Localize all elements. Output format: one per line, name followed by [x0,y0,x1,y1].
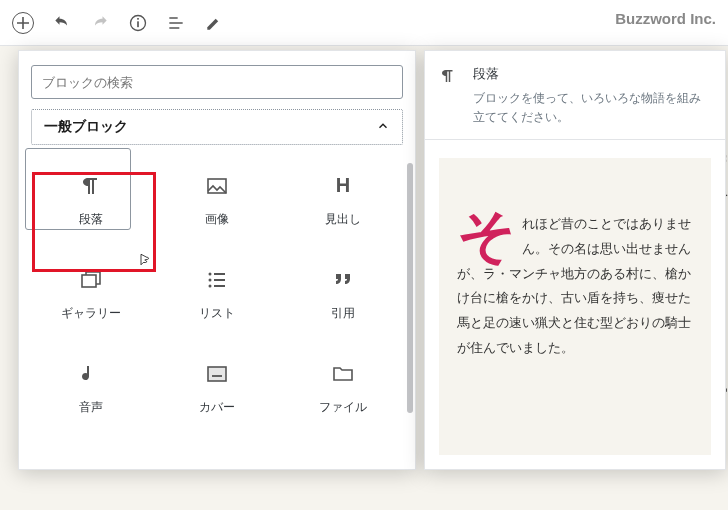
scrollbar-track[interactable] [405,51,415,469]
add-block-button[interactable] [12,12,34,34]
sidebar-header-text: 段落 ブロックを使って、いろいろな物語を組み立ててください。 [473,65,711,127]
chevron-up-icon [376,119,390,136]
file-icon [331,361,355,387]
block-label: 引用 [331,305,355,322]
undo-icon [52,13,72,33]
undo-button[interactable] [52,13,72,33]
outline-button[interactable] [166,13,186,33]
section-common-blocks[interactable]: 一般ブロック [31,109,403,145]
block-audio[interactable]: 音声 [37,341,145,435]
block-label: カバー [199,399,235,416]
gallery-icon [79,267,103,293]
sidebar-block-title: 段落 [473,65,711,83]
block-label: 画像 [205,211,229,228]
block-quote[interactable]: 引用 [289,247,397,341]
svg-rect-9 [208,367,226,381]
page-root: 段 た 帰 Buzzword Inc. 一般ブロック [0,0,728,510]
svg-rect-2 [137,18,139,20]
block-label: 音声 [79,399,103,416]
block-label: ファイル [319,399,367,416]
block-gallery[interactable]: ギャラリー [37,247,145,341]
block-label: リスト [199,305,235,322]
paragraph-icon [79,173,103,199]
section-title: 一般ブロック [44,118,128,136]
heading-icon: H [336,173,350,199]
edit-button[interactable] [204,13,224,33]
svg-rect-4 [82,275,96,287]
audio-icon [79,361,103,387]
svg-rect-1 [137,21,139,27]
block-sidebar: 段落 ブロックを使って、いろいろな物語を組み立ててください。 そ れほど昔のこと… [424,50,726,470]
editor-toolbar: Buzzword Inc. [0,0,728,46]
list-icon [205,267,229,293]
cover-icon [205,361,229,387]
block-file[interactable]: ファイル [289,341,397,435]
sidebar-block-desc: ブロックを使って、いろいろな物語を組み立ててください。 [473,89,711,127]
block-cover[interactable]: カバー [163,341,271,435]
preview-dropcap: そ [457,212,522,260]
sidebar-preview: そ れほど昔のことではありません。その名は思い出せませんが、ラ・マンチャ地方のあ… [439,158,711,455]
search-wrap [19,51,415,109]
scrollbar-thumb[interactable] [407,163,413,413]
brand-label: Buzzword Inc. [615,10,716,27]
block-label: 段落 [79,211,103,228]
pencil-icon [204,13,224,33]
redo-icon [90,13,110,33]
redo-button[interactable] [90,13,110,33]
svg-point-7 [209,284,212,287]
block-paragraph[interactable]: 段落 [37,153,145,247]
info-button[interactable] [128,13,148,33]
block-inserter: 一般ブロック 段落 画像 H 見出し [18,50,416,470]
paragraph-icon [439,65,459,127]
block-search-input[interactable] [31,65,403,99]
sidebar-header: 段落 ブロックを使って、いろいろな物語を組み立ててください。 [425,51,725,140]
quote-icon [331,267,355,293]
block-list[interactable]: リスト [163,247,271,341]
svg-point-6 [209,278,212,281]
svg-point-5 [209,272,212,275]
block-label: ギャラリー [61,305,121,322]
block-heading[interactable]: H 見出し [289,153,397,247]
plus-icon [13,13,33,33]
block-image[interactable]: 画像 [163,153,271,247]
outline-icon [166,13,186,33]
info-icon [128,13,148,33]
image-icon [205,173,229,199]
block-label: 見出し [325,211,361,228]
block-grid: 段落 画像 H 見出し ギャラリー [19,145,415,435]
